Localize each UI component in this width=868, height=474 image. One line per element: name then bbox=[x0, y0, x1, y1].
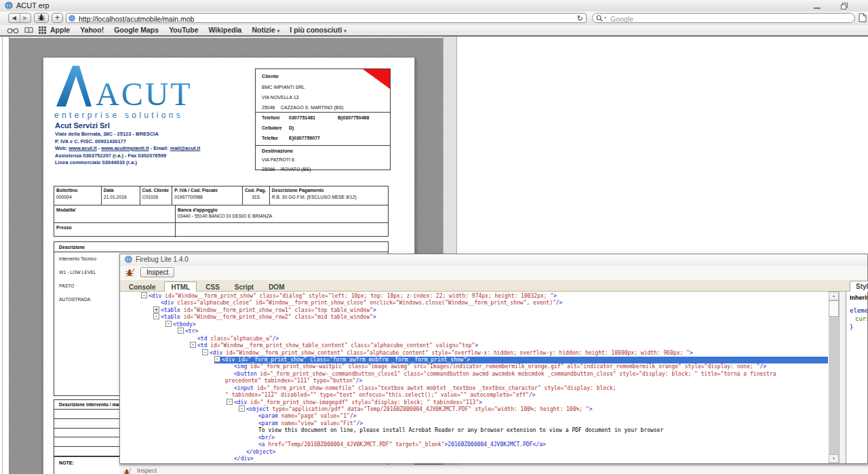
code-line[interactable]: -<div id="_form_print_show" class="form … bbox=[120, 357, 839, 363]
dialog-left-edge bbox=[0, 37, 9, 474]
search-icon bbox=[596, 15, 604, 24]
firebug-tab-css[interactable]: CSS bbox=[199, 282, 226, 292]
code-line[interactable]: To view this document on line, please in… bbox=[120, 427, 839, 434]
destination-title: Destinazione bbox=[262, 148, 293, 154]
site-icon bbox=[68, 15, 75, 22]
code-line[interactable]: <input id="_form_print_show-nomefile" cl… bbox=[120, 385, 839, 392]
code-line[interactable]: <br/> bbox=[120, 435, 839, 441]
firebug-tab-console[interactable]: Console bbox=[123, 282, 161, 292]
destination-city-line: 25066ROVATO (BS) bbox=[262, 167, 311, 172]
code-line[interactable]: <img id="_form_print_show-waitpic" class… bbox=[120, 363, 839, 370]
collapse-icon[interactable]: - bbox=[141, 292, 147, 298]
scroll-up-icon[interactable]: ▲ bbox=[829, 292, 839, 300]
reading-list-icon[interactable] bbox=[7, 24, 19, 37]
style-panel-line: Inherited bbox=[850, 294, 867, 301]
presso-cell: Presso bbox=[54, 223, 176, 237]
note-label: NOTE: bbox=[59, 460, 74, 465]
collapse-icon[interactable]: - bbox=[226, 399, 233, 405]
code-line[interactable]: -<tbody> bbox=[120, 321, 839, 328]
back-button[interactable]: ◀ bbox=[9, 14, 20, 22]
bookmark-item[interactable]: YouTube bbox=[169, 26, 198, 34]
new-tab-button[interactable]: + bbox=[52, 13, 63, 23]
code-line[interactable]: <button id="_form_print_show-_commandbut… bbox=[120, 371, 839, 378]
restore-icon[interactable] bbox=[841, 3, 848, 11]
firebug-scrollbar[interactable]: ▲ ▼ bbox=[829, 292, 839, 463]
collapse-icon[interactable]: - bbox=[202, 349, 208, 355]
code-line[interactable]: <param name="page" value="1"/> bbox=[120, 413, 839, 420]
inpage-firebug-bar: Inspect bbox=[119, 465, 868, 474]
fax-label: Telefax bbox=[262, 136, 289, 140]
search-options-caret-icon[interactable]: ▾ bbox=[604, 15, 606, 20]
collapse-icon[interactable]: - bbox=[239, 406, 245, 412]
firebug-tab-html[interactable]: HTML bbox=[164, 281, 197, 292]
code-line[interactable]: -<td id="Window__form_print_show_table_c… bbox=[120, 342, 839, 349]
bookmark-item[interactable]: Apple bbox=[50, 26, 70, 34]
firebug-tab-dom[interactable]: DOM bbox=[262, 282, 290, 292]
style-panel-line: element.style { bbox=[850, 307, 867, 315]
client-box-title: Cliente bbox=[262, 73, 279, 79]
code-line[interactable]: precedente" tabindex="111" type="button"… bbox=[120, 378, 839, 384]
code-line[interactable]: -<object type="application/pdf" data="Te… bbox=[120, 406, 839, 413]
inpage-inspect-label[interactable]: Inspect bbox=[137, 467, 157, 474]
client-name: BMC IMPIANTI SRL bbox=[262, 85, 304, 90]
minimize-icon[interactable] bbox=[814, 7, 821, 9]
bookmark-item[interactable]: Notizie▾ bbox=[252, 26, 279, 34]
firebug-style-content: Inheritedelement.style {cursor} bbox=[847, 292, 867, 463]
window-titlebar: ACUT erp bbox=[0, 0, 868, 12]
phone-label: Telefoni bbox=[262, 115, 289, 120]
firebug-window: Firebug Lite 1.4.0 Inspect ConsoleHTMLCS… bbox=[119, 254, 868, 464]
firebug-toolbar: Inspect bbox=[120, 266, 867, 281]
code-line[interactable]: -<table id="Window__form_print_show_row2… bbox=[120, 314, 839, 321]
code-line[interactable]: </object> bbox=[120, 449, 839, 456]
firebug-tab-script[interactable]: Script bbox=[229, 282, 260, 292]
bookmarks-book-icon[interactable] bbox=[24, 24, 33, 37]
bookmarks-bar: AppleYahoo!Google MapsYouTubeWikipediaNo… bbox=[0, 25, 868, 37]
collapse-icon[interactable]: - bbox=[178, 328, 184, 334]
code-line[interactable]: -<div id="_form_print_show-imagepdf" sty… bbox=[120, 399, 839, 406]
address-bar[interactable]: http://localhost/acutmobile/main.mob ↻ bbox=[66, 13, 587, 23]
forward-button[interactable]: ▶ bbox=[20, 14, 31, 22]
code-line[interactable]: +<table id="Window__form_print_show_row1… bbox=[120, 307, 839, 314]
bookmark-item[interactable]: Wikipedia bbox=[208, 26, 241, 34]
collapse-icon[interactable]: - bbox=[165, 321, 172, 327]
firebug-toolbar-button[interactable] bbox=[34, 13, 49, 23]
code-line[interactable]: -<div id="Window__form_print_show" class… bbox=[120, 293, 839, 300]
code-line[interactable]: -<div id="Window__form_print_show_conten… bbox=[120, 350, 839, 357]
code-line[interactable]: -<tr> bbox=[120, 328, 839, 335]
bookmark-item[interactable]: Google Maps bbox=[114, 26, 159, 34]
bookmark-menu-caret-icon: ▾ bbox=[277, 28, 280, 33]
collapse-icon[interactable]: - bbox=[190, 342, 196, 348]
code-line[interactable]: </div> bbox=[120, 456, 839, 462]
url-text[interactable]: http://localhost/acutmobile/main.mob bbox=[79, 15, 194, 23]
company-link: mail@acut.it bbox=[170, 145, 200, 151]
firebug-content: -<div id="Window__form_print_show" class… bbox=[120, 292, 867, 463]
code-line[interactable]: <a href="Temp/2016BZ000004_4JV0KJMCT.PDF… bbox=[120, 441, 839, 448]
firebug-titlebar[interactable]: Firebug Lite 1.4.0 bbox=[120, 254, 867, 266]
inspect-button[interactable]: Inspect bbox=[140, 267, 174, 277]
page-report-icon[interactable] bbox=[859, 13, 867, 25]
reload-icon[interactable]: ↻ bbox=[577, 14, 583, 23]
search-field[interactable]: ▾ Google bbox=[592, 13, 855, 23]
bookmark-item[interactable]: Yahoo! bbox=[80, 26, 104, 34]
code-line[interactable]: <param name="view" value="Fit"/> bbox=[120, 420, 839, 427]
mobile-value: D) bbox=[289, 125, 294, 130]
destination-address: VIA PATROTI 6 bbox=[262, 157, 294, 162]
scrollbar-thumb[interactable] bbox=[829, 300, 839, 317]
top-sites-grid-icon[interactable] bbox=[39, 24, 46, 37]
inpage-bug-icon[interactable] bbox=[123, 467, 132, 474]
bookmark-item[interactable]: I più conosciuti▾ bbox=[290, 26, 347, 34]
expand-icon[interactable]: + bbox=[153, 307, 159, 313]
collapse-icon[interactable]: - bbox=[153, 313, 159, 319]
phone-value: 0307751481 bbox=[289, 115, 338, 120]
client-address: VIA NOVELLA 13 bbox=[262, 95, 298, 100]
code-line[interactable]: <td class="alphacube_w"/> bbox=[120, 336, 839, 342]
navigation-bar: ◀ ▶ + http://localhost/acutmobile/main.m… bbox=[0, 12, 868, 26]
descrizione-title: Descrizione bbox=[54, 242, 388, 252]
company-web-line: Web: www.acut.it - www.acutimpianti.it -… bbox=[55, 145, 200, 153]
firebug-style-tab[interactable]: Style bbox=[850, 281, 868, 292]
scroll-down-icon[interactable]: ▼ bbox=[829, 454, 839, 463]
firebug-bug-icon[interactable] bbox=[125, 268, 135, 280]
code-line[interactable]: <div class="alphacube_close" id="Window_… bbox=[120, 300, 839, 307]
collapse-icon[interactable]: - bbox=[214, 356, 220, 362]
info-table-cell: Cod. ClienteC01026 bbox=[140, 186, 173, 205]
